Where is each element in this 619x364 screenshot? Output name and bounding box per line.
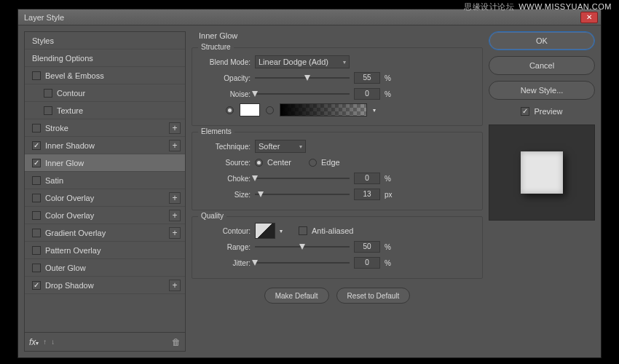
preview-checkbox[interactable] [521, 107, 529, 116]
make-default-button[interactable]: Make Default [264, 288, 329, 304]
chevron-down-icon[interactable]: ▾ [373, 107, 376, 114]
styles-header[interactable]: Styles [25, 32, 185, 50]
blend-mode-label: Blend Mode: [200, 58, 251, 66]
color-radio[interactable] [226, 106, 234, 114]
size-slider[interactable] [255, 189, 350, 199]
settings-panel: Inner Glow Structure Blend Mode: Linear … [192, 31, 483, 352]
add-icon[interactable]: + [169, 227, 181, 239]
source-edge-radio[interactable] [309, 159, 317, 167]
color-swatch[interactable] [240, 103, 260, 116]
add-icon[interactable]: + [169, 210, 181, 221]
gradient-radio[interactable] [266, 106, 274, 114]
checkbox[interactable] [32, 124, 41, 132]
blend-mode-dropdown[interactable]: Linear Dodge (Add)▾ [255, 55, 350, 68]
choke-slider[interactable] [255, 173, 350, 183]
checkbox[interactable] [32, 229, 41, 237]
jitter-label: Jitter: [200, 259, 251, 267]
new-style-button[interactable]: New Style... [489, 81, 595, 100]
checkbox[interactable] [32, 281, 41, 290]
panel-title: Inner Glow [199, 31, 483, 40]
style-item-color-overlay[interactable]: Color Overlay+ [25, 189, 185, 207]
opacity-label: Opacity: [200, 74, 251, 82]
preview-toggle[interactable]: Preview [489, 107, 595, 116]
style-item-pattern-overlay[interactable]: Pattern Overlay [25, 242, 185, 259]
checkbox[interactable] [44, 106, 52, 115]
style-item-outer-glow[interactable]: Outer Glow [25, 259, 185, 277]
opacity-value[interactable]: 55 [354, 72, 380, 84]
move-down-icon[interactable]: ↓ [51, 338, 55, 346]
choke-value[interactable]: 0 [354, 173, 380, 184]
contour-picker[interactable] [255, 223, 275, 239]
source-label: Source: [200, 159, 251, 167]
checkbox[interactable] [32, 141, 41, 150]
preview-thumbnail [489, 124, 595, 221]
gradient-swatch[interactable] [280, 103, 367, 116]
reset-default-button[interactable]: Reset to Default [336, 288, 411, 304]
chevron-down-icon[interactable]: ▾ [280, 228, 283, 234]
add-icon[interactable]: + [169, 122, 181, 134]
checkbox[interactable] [32, 176, 41, 185]
layer-style-dialog: Layer Style ✕ Styles Blending Options Be… [17, 9, 602, 358]
style-list-panel: Styles Blending Options Bevel & Emboss C… [24, 31, 186, 352]
cancel-button[interactable]: Cancel [489, 56, 595, 75]
watermark: 思缘设计论坛WWW.MISSYUAN.COM [464, 1, 612, 12]
range-slider[interactable] [255, 242, 350, 252]
checkbox[interactable] [32, 211, 41, 220]
style-item-stroke[interactable]: Stroke+ [25, 119, 185, 137]
checkbox[interactable] [32, 159, 41, 167]
jitter-slider[interactable] [255, 258, 350, 268]
checkbox[interactable] [44, 89, 52, 98]
checkbox[interactable] [32, 264, 41, 272]
style-item-bevel[interactable]: Bevel & Emboss [25, 67, 185, 84]
contour-label: Contour: [200, 227, 251, 235]
technique-label: Technique: [200, 143, 251, 151]
size-label: Size: [200, 191, 251, 199]
opacity-slider[interactable] [255, 73, 350, 83]
dialog-title: Layer Style [24, 13, 64, 22]
structure-group: Structure Blend Mode: Linear Dodge (Add)… [192, 47, 483, 126]
preview-square [521, 151, 563, 194]
style-item-inner-shadow[interactable]: Inner Shadow+ [25, 137, 185, 154]
range-value[interactable]: 50 [354, 241, 380, 253]
ok-button[interactable]: OK [489, 31, 595, 50]
quality-group: Quality Contour: ▾ Anti-aliased Range: 5… [192, 216, 483, 279]
add-icon[interactable]: + [169, 140, 181, 151]
style-item-drop-shadow[interactable]: Drop Shadow+ [25, 277, 185, 294]
blending-options[interactable]: Blending Options [25, 50, 185, 67]
noise-slider[interactable] [255, 89, 350, 99]
source-center-radio[interactable] [255, 159, 263, 167]
size-value[interactable]: 13 [354, 189, 380, 200]
noise-label: Noise: [200, 90, 251, 98]
technique-dropdown[interactable]: Softer▾ [255, 140, 306, 153]
style-item-texture[interactable]: Texture [25, 102, 185, 119]
right-panel: OK Cancel New Style... Preview [489, 31, 595, 352]
style-item-inner-glow[interactable]: Inner Glow [25, 154, 185, 172]
checkbox[interactable] [32, 194, 41, 202]
checkbox[interactable] [32, 71, 41, 80]
style-item-contour[interactable]: Contour [25, 84, 185, 102]
style-list-footer: fx▾ ↑ ↓ 🗑 [24, 333, 186, 352]
fx-icon[interactable]: fx▾ [29, 337, 39, 347]
trash-icon[interactable]: 🗑 [172, 337, 181, 347]
elements-group: Elements Technique: Softer▾ Source: Cent… [192, 132, 483, 210]
choke-label: Choke: [200, 175, 251, 183]
jitter-value[interactable]: 0 [354, 257, 380, 269]
noise-value[interactable]: 0 [354, 88, 380, 100]
close-button[interactable]: ✕ [580, 12, 598, 23]
checkbox[interactable] [32, 246, 41, 255]
move-up-icon[interactable]: ↑ [43, 338, 47, 346]
style-item-color-overlay-2[interactable]: Color Overlay+ [25, 207, 185, 224]
anti-aliased-checkbox[interactable] [299, 226, 307, 235]
add-icon[interactable]: + [169, 280, 181, 291]
range-label: Range: [200, 243, 251, 251]
style-item-gradient-overlay[interactable]: Gradient Overlay+ [25, 224, 185, 242]
add-icon[interactable]: + [169, 192, 181, 204]
style-item-satin[interactable]: Satin [25, 172, 185, 189]
